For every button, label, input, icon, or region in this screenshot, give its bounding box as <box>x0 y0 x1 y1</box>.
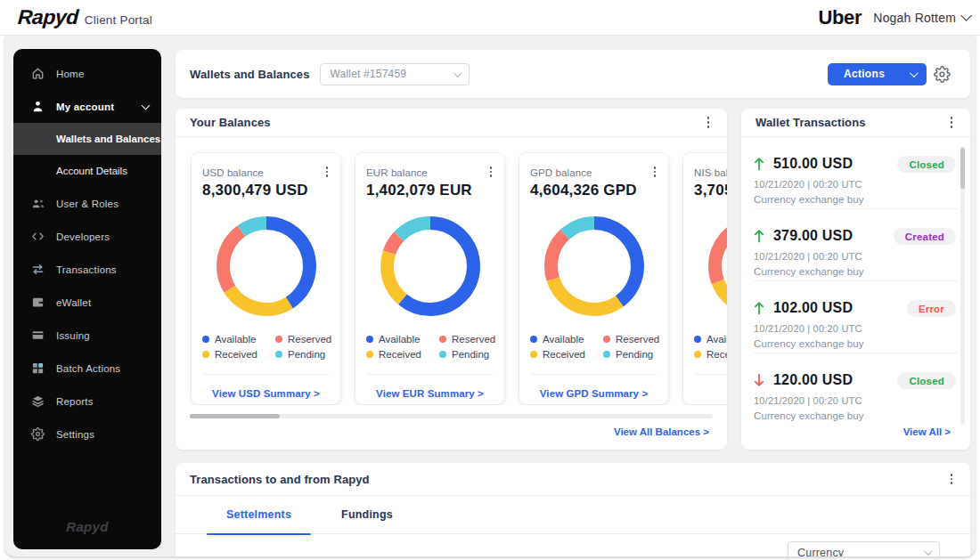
card-divider <box>530 374 657 375</box>
transaction-row[interactable]: 510.00 USDClosed10/21/2020 | 00:20 UTCCu… <box>754 137 958 209</box>
gear-icon <box>31 427 45 441</box>
sidebar-item-batch-actions[interactable]: Batch Actions <box>13 352 161 385</box>
transaction-amount: 120.00 USD <box>773 370 853 390</box>
arrow-down-icon <box>754 373 764 387</box>
user-icon <box>31 100 45 113</box>
rapyd-logo: Rapyd <box>17 5 79 29</box>
sidebar-item-label: Batch Actions <box>56 363 120 374</box>
card-divider <box>202 374 330 375</box>
tab-fundings[interactable]: Fundings <box>322 496 412 534</box>
vertical-scrollbar-thumb[interactable] <box>960 148 965 189</box>
product-name: Client Portal <box>85 13 152 27</box>
sidebar-item-label: Reports <box>56 396 94 407</box>
transaction-amount: 379.00 USD <box>773 226 853 246</box>
reports-icon <box>31 394 45 408</box>
wallet-transactions-title: Wallet Transactions <box>755 116 866 129</box>
transaction-timestamp: 10/21/2020 | 00:20 UTC <box>754 395 958 407</box>
sidebar-item-transactions[interactable]: Transactions <box>13 253 161 286</box>
legend-item-received: Received <box>366 349 439 360</box>
sidebar-item-ewallet[interactable]: eWallet <box>13 286 161 319</box>
balance-amount: 1,402,079 EUR <box>366 181 494 199</box>
legend-item-available: Available <box>694 334 727 345</box>
transaction-description: Currency exchange buy <box>754 265 958 278</box>
balance-label: GPD balance <box>530 166 657 179</box>
rapyd-transactions-title: Transactions to and from Rapyd <box>190 473 370 486</box>
balance-amount: 4,604,326 GPD <box>530 181 657 199</box>
kebab-menu-icon[interactable] <box>321 166 333 178</box>
arrow-up-icon <box>754 301 764 315</box>
settings-gear-button[interactable] <box>933 65 951 83</box>
kebab-menu-icon[interactable] <box>945 117 958 129</box>
legend-item-received: Received <box>202 349 275 360</box>
balance-card-eur-balance: EUR balance1,402,079 EURAvailableReserve… <box>355 153 504 404</box>
currency-selector[interactable]: Currency <box>788 541 940 556</box>
legend-item-available: Available <box>202 334 275 345</box>
horizontal-scrollbar-thumb[interactable] <box>190 414 280 418</box>
vertical-scrollbar[interactable] <box>960 146 965 425</box>
view-summary-link[interactable]: View GPD Summary > <box>519 388 668 399</box>
legend-dot <box>530 336 537 343</box>
legend-label: Pending <box>452 349 489 360</box>
your-balances-header: Your Balances <box>176 109 727 137</box>
sidebar-watermark: Rapyd <box>13 519 161 534</box>
rapyd-transactions-header: Transactions to and from Rapyd <box>176 463 970 496</box>
transaction-timestamp: 10/21/2020 | 00:20 UTC <box>754 179 958 191</box>
transaction-timestamp: 10/21/2020 | 00:20 UTC <box>754 323 958 335</box>
sidebar-subitem-label: Wallets and Balances <box>56 134 160 144</box>
sidebar-subitem-wallets-and-balances[interactable]: Wallets and Balances <box>13 123 161 155</box>
legend-dot <box>694 351 701 358</box>
wallet-icon <box>31 296 45 309</box>
kebab-menu-icon[interactable] <box>945 473 958 485</box>
balance-amount: 3,705 <box>694 181 727 199</box>
view-summary-link[interactable]: View EUR Summary > <box>355 388 504 399</box>
user-menu[interactable]: Uber Nogah Rottem <box>818 6 968 29</box>
transaction-status-badge: Closed <box>897 372 956 389</box>
sidebar-item-my-account[interactable]: My account <box>13 90 161 123</box>
view-all-balances-link[interactable]: View All Balances > <box>614 426 709 437</box>
main-shell: HomeMy accountWallets and BalancesAccoun… <box>4 36 976 556</box>
actions-button[interactable]: Actions <box>828 63 927 85</box>
arrow-up-icon <box>754 229 764 243</box>
sidebar-item-settings[interactable]: Settings <box>13 418 161 450</box>
transaction-row[interactable]: 379.00 USDCreated10/21/2020 | 00:20 UTCC… <box>754 209 958 281</box>
kebab-menu-icon[interactable] <box>649 166 661 178</box>
sidebar-item-user-roles[interactable]: User & Roles <box>13 187 161 220</box>
legend-label: Reserved <box>288 334 331 345</box>
kebab-menu-icon[interactable] <box>702 117 715 129</box>
transaction-amount: 102.00 USD <box>773 298 853 318</box>
wallet-transactions-header: Wallet Transactions <box>741 109 970 137</box>
sidebar-item-developers[interactable]: Developers <box>13 220 161 253</box>
legend-item-pending: Pending <box>439 349 495 360</box>
sidebar-item-reports[interactable]: Reports <box>13 385 161 418</box>
view-summary-link[interactable]: View USD Summary > <box>192 388 340 399</box>
card-divider <box>694 374 727 375</box>
transaction-row[interactable]: 120.00 USDClosed10/21/2020 | 00:20 UTCCu… <box>754 353 958 425</box>
balance-cards-scroller: USD balance8,300,479 USDAvailableReserve… <box>176 138 727 405</box>
sidebar-item-label: eWallet <box>56 297 91 308</box>
sidebar-item-issuing[interactable]: Issuing <box>13 319 161 352</box>
transaction-description: Currency exchange buy <box>754 337 958 350</box>
legend-dot <box>530 351 537 358</box>
transaction-row[interactable]: 102.00 USDError10/21/2020 | 00:20 UTCCur… <box>754 281 958 353</box>
legend-dot <box>275 351 282 358</box>
sidebar-subitem-account-details[interactable]: Account Details <box>13 155 161 187</box>
transaction-status-badge: Created <box>894 228 956 245</box>
rapyd-transactions-panel: Transactions to and from Rapyd Settelmen… <box>176 463 970 556</box>
sidebar-item-home[interactable]: Home <box>13 57 161 90</box>
tab-settelments[interactable]: Settelments <box>207 496 311 534</box>
view-all-transactions-link[interactable]: View All > <box>903 426 951 437</box>
legend-label: Available <box>215 334 256 345</box>
wallet-selector[interactable]: Wallet #157459 <box>320 63 470 85</box>
legend-label: Available <box>543 334 584 345</box>
transaction-amount: 510.00 USD <box>773 154 853 174</box>
balance-card-gpd-balance: GPD balance4,604,326 GPDAvailableReserve… <box>519 153 668 404</box>
currency-selector-value: Currency <box>797 547 844 557</box>
sidebar-item-label: User & Roles <box>56 199 118 209</box>
legend-label: Available <box>706 334 727 345</box>
balance-donut-chart <box>708 216 728 316</box>
kebab-menu-icon[interactable] <box>485 166 497 178</box>
sidebar-subitem-label: Account Details <box>56 166 127 176</box>
balance-label: NIS balance <box>694 166 727 179</box>
sidebar: HomeMy accountWallets and BalancesAccoun… <box>13 49 161 549</box>
horizontal-scrollbar[interactable] <box>190 414 713 418</box>
